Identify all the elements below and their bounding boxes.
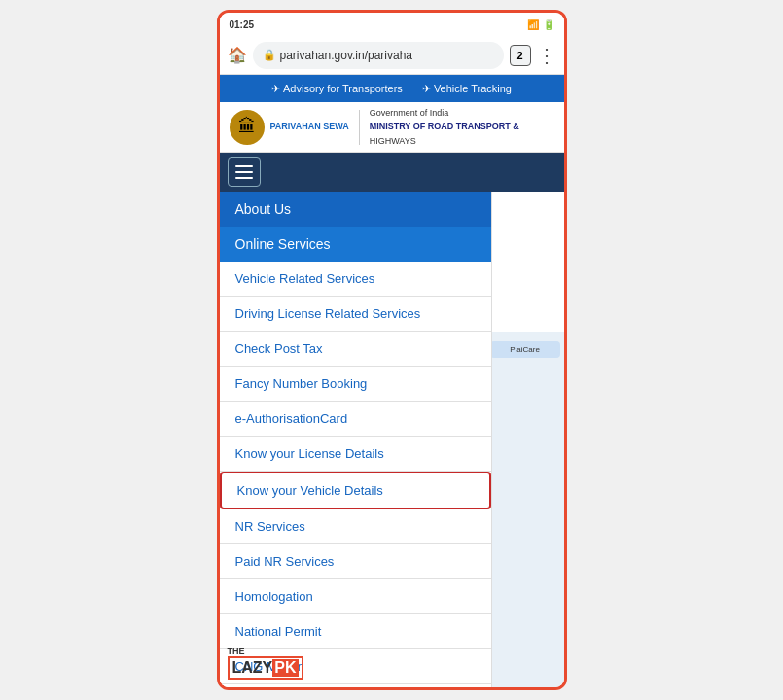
menu-item-eauth[interactable]: e-AuthorisationCard	[220, 402, 491, 437]
battery-icon: 🔋	[543, 19, 554, 30]
menu-item-vehicle-related[interactable]: Vehicle Related Services	[220, 262, 491, 297]
hamburger-line-3	[235, 177, 253, 179]
menu-item-national-permit[interactable]: National Permit	[220, 614, 491, 649]
advisory-transporters[interactable]: ✈ Advisory for Transporters	[271, 83, 403, 95]
site-header: 🏛 PARIVAHAN SEWA Government of India MIN…	[220, 102, 564, 153]
menu-item-fancy-number[interactable]: Fancy Number Booking	[220, 367, 491, 402]
url-box[interactable]: 🔒 parivahan.gov.in/parivaha	[253, 42, 504, 69]
url-text: parivahan.gov.in/parivaha	[280, 49, 413, 62]
gov-info: Government of India MINISTRY OF ROAD TRA…	[370, 106, 519, 148]
menu-about-us[interactable]: About Us	[220, 192, 491, 227]
lock-icon: 🔒	[263, 49, 276, 61]
address-bar: 🏠 🔒 parivahan.gov.in/parivaha 2 ⋮	[220, 36, 564, 75]
hamburger-line-1	[235, 165, 253, 167]
signal-icon: 📶	[527, 19, 539, 30]
advisory-bar: ✈ Advisory for Transporters ✈ Vehicle Tr…	[220, 75, 564, 102]
status-bar: 01:25 📶 🔋	[220, 13, 564, 36]
watermark-pk: PK	[272, 659, 298, 677]
background-content: PlaiCare flagship Sarathi ion of crore a…	[486, 332, 564, 690]
menu-online-services[interactable]: Online Services	[220, 227, 491, 262]
nav-icon-2: ✈	[422, 83, 431, 95]
menu-item-driving-license[interactable]: Driving License Related Services	[220, 297, 491, 332]
dropdown-menu: About Us Online Services Vehicle Related…	[220, 192, 492, 690]
watermark-the: THE	[228, 647, 303, 656]
hamburger-button[interactable]	[228, 158, 261, 187]
menu-item-license-details[interactable]: Know your License Details	[220, 437, 491, 472]
status-icons: 📶 🔋	[527, 19, 554, 30]
watermark: THE LAZYPK	[228, 647, 303, 680]
nav-icon: ✈	[271, 83, 280, 95]
mobile-frame: 01:25 📶 🔋 🏠 🔒 parivahan.gov.in/parivaha …	[217, 10, 567, 690]
more-options-icon[interactable]: ⋮	[537, 44, 556, 67]
status-time: 01:25	[230, 19, 255, 30]
logo-area: 🏛 PARIVAHAN SEWA	[230, 110, 349, 145]
menu-item-nr-services[interactable]: NR Services	[220, 509, 491, 544]
content-plate: PlaiCare	[490, 341, 560, 358]
header-divider	[359, 110, 360, 145]
tab-count[interactable]: 2	[510, 45, 531, 66]
watermark-box: LAZYPK	[228, 656, 303, 680]
menu-item-sld[interactable]: SLD Maker	[220, 684, 491, 690]
menu-bar	[220, 153, 564, 192]
menu-item-paid-nr[interactable]: Paid NR Services	[220, 544, 491, 579]
page-content: About Us Online Services Vehicle Related…	[220, 192, 564, 690]
menu-item-homologation[interactable]: Homologation	[220, 579, 491, 614]
watermark-lazy: LAZY	[232, 659, 273, 677]
menu-item-check-post[interactable]: Check Post Tax	[220, 332, 491, 367]
hamburger-line-2	[235, 171, 253, 173]
logo-text: PARIVAHAN SEWA	[270, 122, 349, 132]
menu-item-vehicle-details[interactable]: Know your Vehicle Details	[220, 472, 491, 509]
advisory-tracking[interactable]: ✈ Vehicle Tracking	[422, 83, 512, 95]
emblem-icon: 🏛	[230, 110, 265, 145]
home-icon[interactable]: 🏠	[228, 46, 247, 64]
